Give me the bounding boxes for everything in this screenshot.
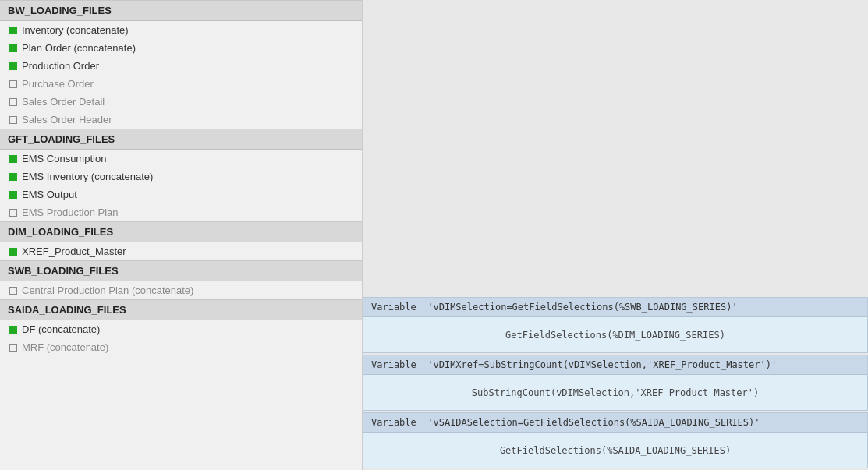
variable-header-var-saida-selection: Variable 'vSAIDASelection=GetFieldSelect… (363, 413, 867, 433)
item-label-ems-consumption: EMS Consumption (22, 153, 106, 164)
list-item-sales-order-header[interactable]: Sales Order Header (0, 111, 362, 129)
item-label-inventory: Inventory (concatenate) (22, 24, 129, 36)
status-indicator-purchase-order (9, 80, 17, 88)
group-header-bw: BW_LOADING_FILES (0, 0, 362, 21)
var-label: Variable (371, 302, 416, 313)
status-indicator-ems-production-plan (9, 209, 17, 217)
variable-block-var-swb-loading-series: Variable 'vDIMSelection=GetFieldSelectio… (363, 297, 868, 353)
group-header-swb: SWB_LOADING_FILES (0, 260, 362, 281)
status-indicator-plan-order (9, 44, 17, 52)
var-expression: 'vDIMXref=SubStringCount(vDIMSelection,'… (427, 359, 777, 370)
list-item-ems-inventory[interactable]: EMS Inventory (concatenate) (0, 168, 362, 186)
item-label-ems-output: EMS Output (22, 189, 77, 200)
item-label-ems-production-plan: EMS Production Plan (22, 207, 119, 218)
status-indicator-central-production-plan (9, 287, 17, 295)
group-header-gft: GFT_LOADING_FILES (0, 129, 362, 150)
list-item-central-production-plan[interactable]: Central Production Plan (concatenate) (0, 281, 362, 299)
list-item-ems-consumption[interactable]: EMS Consumption (0, 150, 362, 168)
group-header-dim: DIM_LOADING_FILES (0, 221, 362, 242)
status-indicator-mrf (9, 344, 17, 352)
variable-header-var-swb-loading-series: Variable 'vDIMSelection=GetFieldSelectio… (363, 298, 867, 317)
list-item-production-order[interactable]: Production Order (0, 57, 362, 75)
var-expression: 'vDIMSelection=GetFieldSelections(%SWB_L… (427, 302, 737, 313)
var-expression: 'vSAIDASelection=GetFieldSelections(%SAI… (427, 417, 760, 428)
item-label-xref-product-master: XREF_Product_Master (22, 246, 126, 257)
variable-body-var-saida-selection: GetFieldSelections(%SAIDA_LOADING_SERIES… (363, 433, 867, 468)
item-label-production-order: Production Order (22, 60, 99, 72)
var-label: Variable (371, 359, 416, 370)
status-indicator-xref-product-master (9, 248, 17, 256)
group-header-saida: SAIDA_LOADING_FILES (0, 299, 362, 320)
list-item-mrf[interactable]: MRF (concatenate) (0, 338, 362, 356)
variable-block-var-dim-xref: Variable 'vDIMXref=SubStringCount(vDIMSe… (363, 355, 868, 411)
item-label-sales-order-header: Sales Order Header (22, 114, 112, 125)
list-item-df[interactable]: DF (concatenate) (0, 320, 362, 338)
item-label-ems-inventory: EMS Inventory (concatenate) (22, 171, 153, 182)
right-panel: Variable 'vDIMSelection=GetFieldSelectio… (363, 0, 868, 470)
status-indicator-production-order (9, 62, 17, 70)
right-top-empty (363, 0, 868, 297)
variables-container: Variable 'vDIMSelection=GetFieldSelectio… (363, 297, 868, 470)
status-indicator-inventory (9, 27, 17, 34)
item-label-df: DF (concatenate) (22, 323, 100, 335)
status-indicator-df (9, 326, 17, 334)
list-item-xref-product-master[interactable]: XREF_Product_Master (0, 242, 362, 260)
item-label-purchase-order: Purchase Order (22, 78, 94, 90)
list-item-ems-production-plan[interactable]: EMS Production Plan (0, 203, 362, 221)
left-panel: BW_LOADING_FILESInventory (concatenate)P… (0, 0, 363, 470)
variable-header-var-dim-xref: Variable 'vDIMXref=SubStringCount(vDIMSe… (363, 355, 867, 375)
status-indicator-sales-order-detail (9, 98, 17, 106)
list-item-sales-order-detail[interactable]: Sales Order Detail (0, 93, 362, 111)
status-indicator-ems-inventory (9, 173, 17, 181)
item-label-sales-order-detail: Sales Order Detail (22, 96, 105, 108)
list-item-plan-order[interactable]: Plan Order (concatenate) (0, 39, 362, 57)
var-label: Variable (371, 417, 416, 428)
variable-block-var-saida-selection: Variable 'vSAIDASelection=GetFieldSelect… (363, 412, 868, 468)
variable-body-var-swb-loading-series: GetFieldSelections(%DIM_LOADING_SERIES) (363, 317, 867, 352)
variable-body-var-dim-xref: SubStringCount(vDIMSelection,'XREF_Produ… (363, 375, 867, 410)
item-label-plan-order: Plan Order (concatenate) (22, 42, 136, 54)
item-label-mrf: MRF (concatenate) (22, 341, 108, 353)
list-item-ems-output[interactable]: EMS Output (0, 186, 362, 203)
status-indicator-sales-order-header (9, 116, 17, 124)
item-label-central-production-plan: Central Production Plan (concatenate) (22, 284, 193, 296)
status-indicator-ems-output (9, 191, 17, 199)
status-indicator-ems-consumption (9, 155, 17, 163)
list-item-inventory[interactable]: Inventory (concatenate) (0, 21, 362, 39)
list-item-purchase-order[interactable]: Purchase Order (0, 75, 362, 93)
